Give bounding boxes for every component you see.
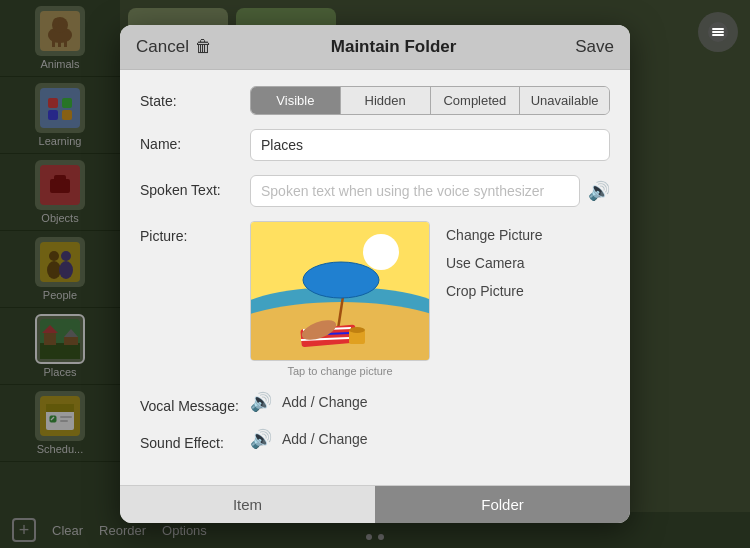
beach-image xyxy=(251,222,430,361)
use-camera-button[interactable]: Use Camera xyxy=(446,253,543,273)
modal: Cancel 🗑 Maintain Folder Save State: Vis… xyxy=(120,25,630,523)
name-label: Name: xyxy=(140,129,250,152)
crop-picture-button[interactable]: Crop Picture xyxy=(446,281,543,301)
name-input[interactable] xyxy=(250,129,610,161)
vocal-message-row: Vocal Message: 🔊 Add / Change xyxy=(140,391,610,414)
picture-control: Tap to change picture Change Picture Use… xyxy=(250,221,610,377)
state-unavailable-button[interactable]: Unavailable xyxy=(520,87,609,114)
svg-point-52 xyxy=(349,327,365,333)
modal-title: Maintain Folder xyxy=(331,37,457,57)
vocal-message-label: Vocal Message: xyxy=(140,391,250,414)
modal-overlay: Cancel 🗑 Maintain Folder Save State: Vis… xyxy=(0,0,750,548)
sound-effect-add-button[interactable]: Add / Change xyxy=(282,431,368,447)
picture-inner: Tap to change picture Change Picture Use… xyxy=(250,221,610,377)
modal-body: State: Visible Hidden Completed U xyxy=(120,70,630,477)
vocal-message-inner: 🔊 Add / Change xyxy=(250,391,610,413)
hamburger-icon xyxy=(707,21,729,43)
sound-effect-label: Sound Effect: xyxy=(140,428,250,451)
state-visible-button[interactable]: Visible xyxy=(251,87,341,114)
cancel-button[interactable]: Cancel 🗑 xyxy=(136,37,212,57)
vocal-message-add-button[interactable]: Add / Change xyxy=(282,394,368,410)
state-label: State: xyxy=(140,86,250,109)
modal-header: Cancel 🗑 Maintain Folder Save xyxy=(120,25,630,70)
spoken-text-row: Spoken Text: 🔊 xyxy=(140,175,610,207)
save-button[interactable]: Save xyxy=(575,37,614,57)
name-control xyxy=(250,129,610,161)
svg-rect-37 xyxy=(712,31,724,33)
spoken-text-label: Spoken Text: xyxy=(140,175,250,198)
state-row: State: Visible Hidden Completed U xyxy=(140,86,610,115)
name-row: Name: xyxy=(140,129,610,161)
state-buttons: Visible Hidden Completed Unavailable xyxy=(250,86,610,115)
state-hidden-button[interactable]: Hidden xyxy=(341,87,431,114)
vocal-message-control: 🔊 Add / Change xyxy=(250,391,610,413)
spoken-text-input[interactable] xyxy=(250,175,580,207)
sound-effect-row: Sound Effect: 🔊 Add / Change xyxy=(140,428,610,451)
state-control: Visible Hidden Completed Unavailable xyxy=(250,86,610,115)
trash-icon: 🗑 xyxy=(195,37,212,57)
sound-effect-inner: 🔊 Add / Change xyxy=(250,428,610,450)
svg-rect-38 xyxy=(712,34,724,36)
change-picture-button[interactable]: Change Picture xyxy=(446,225,543,245)
sound-speaker-icon: 🔊 xyxy=(250,428,272,450)
svg-point-43 xyxy=(363,234,399,270)
picture-actions: Change Picture Use Camera Crop Picture xyxy=(446,221,543,301)
state-completed-button[interactable]: Completed xyxy=(431,87,521,114)
picture-row: Picture: xyxy=(140,221,610,377)
hamburger-button[interactable] xyxy=(698,12,738,52)
vocal-speaker-icon: 🔊 xyxy=(250,391,272,413)
sound-effect-control: 🔊 Add / Change xyxy=(250,428,610,450)
svg-rect-36 xyxy=(712,28,724,30)
folder-tab[interactable]: Folder xyxy=(375,486,630,523)
modal-footer: Item Folder xyxy=(120,485,630,523)
item-tab[interactable]: Item xyxy=(120,486,375,523)
spoken-text-control: 🔊 xyxy=(250,175,610,207)
cancel-label: Cancel xyxy=(136,37,189,57)
picture-caption: Tap to change picture xyxy=(287,365,392,377)
picture-label: Picture: xyxy=(140,221,250,244)
picture-container: Tap to change picture xyxy=(250,221,430,377)
speaker-icon[interactable]: 🔊 xyxy=(588,180,610,202)
picture-frame[interactable] xyxy=(250,221,430,361)
spoken-text-inner: 🔊 xyxy=(250,175,610,207)
